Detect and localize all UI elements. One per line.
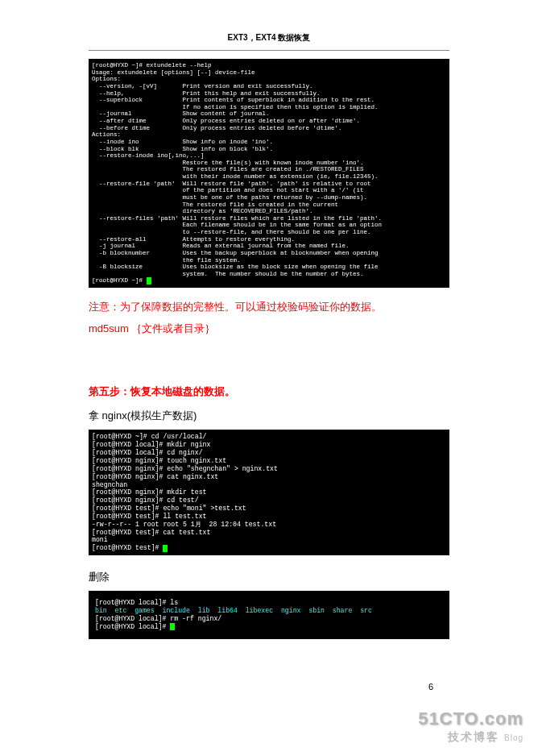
delete-label-text: 删除 — [89, 571, 110, 583]
terminal3-line1: [root@HYXD local]# ls — [95, 599, 178, 606]
cursor-icon — [163, 545, 168, 552]
terminal-text: [root@HYXD ~]# extundelete --help Usage:… — [92, 62, 382, 285]
delete-subtitle: 删除 — [89, 570, 449, 584]
cursor-icon — [147, 277, 151, 285]
watermark-cn: 技术博客 — [448, 730, 499, 743]
note-integrity: 注意：为了保障数据的完整性。可以通过校验码验证你的数据。 — [89, 299, 449, 315]
header-divider — [89, 50, 449, 51]
header-title: EXT3，EXT4 数据恢复 — [228, 33, 311, 42]
step5-text: 第五步：恢复本地磁盘的数据。 — [89, 385, 235, 397]
nginx-label-text: 拿 nginx(模拟生产数据) — [89, 409, 197, 422]
step5-title: 第五步：恢复本地磁盘的数据。 — [89, 384, 449, 399]
watermark-domain: 51CTO.com — [418, 708, 524, 729]
terminal-nginx-setup: [root@HYXD ~]# cd /usr/local/ [root@HYXD… — [89, 430, 449, 555]
page-number-text: 6 — [428, 682, 433, 692]
note-md5sum: md5sum ｛文件或者目录｝ — [89, 322, 449, 336]
watermark: 51CTO.com 技术博客Blog — [418, 708, 524, 745]
watermark-blog: Blog — [504, 733, 524, 742]
page-number: 6 — [428, 682, 433, 692]
note-text: 注意：为了保障数据的完整性。可以通过校验码验证你的数据。 — [89, 301, 382, 313]
terminal2-text: [root@HYXD ~]# cd /usr/local/ [root@HYXD… — [92, 433, 278, 551]
page-content: [root@HYXD ~]# extundelete --help Usage:… — [0, 59, 538, 639]
terminal3-line3: [root@HYXD local]# rm -rf nginx/ [root@H… — [95, 615, 221, 630]
terminal-extundelete-help: [root@HYXD ~]# extundelete --help Usage:… — [89, 59, 449, 288]
md5sum-text: md5sum ｛文件或者目录｝ — [89, 322, 215, 334]
terminal3-ls-output: bin etc games include lib lib64 libexec … — [95, 607, 372, 614]
page-header: EXT3，EXT4 数据恢复 — [0, 0, 538, 50]
nginx-subtitle: 拿 nginx(模拟生产数据) — [89, 409, 449, 423]
cursor-icon — [170, 623, 175, 630]
terminal-delete: [root@HYXD local]# ls bin etc games incl… — [89, 591, 449, 638]
